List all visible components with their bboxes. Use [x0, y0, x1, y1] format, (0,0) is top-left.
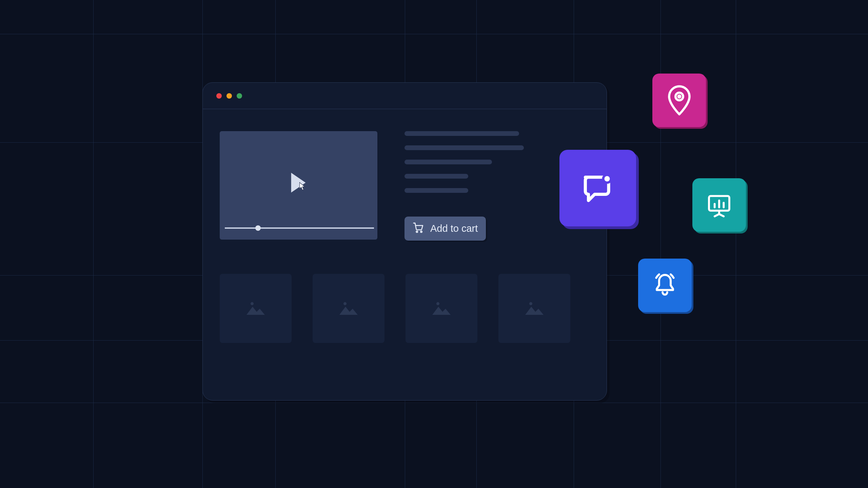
thumbnail[interactable]: [406, 274, 477, 343]
text-placeholder-line: [405, 174, 468, 179]
presentation-chart-icon: [706, 191, 733, 219]
image-placeholder-icon: [245, 300, 266, 317]
gridline: [93, 0, 94, 488]
video-progress-knob[interactable]: [255, 225, 261, 231]
svg-point-3: [343, 302, 347, 305]
location-tile[interactable]: [652, 74, 706, 127]
window-zoom-dot[interactable]: [237, 93, 242, 99]
svg-point-4: [436, 302, 439, 305]
app-window: Add to cart: [202, 82, 607, 401]
chat-bubble-icon: [579, 169, 616, 207]
thumbnail[interactable]: [220, 274, 292, 343]
stage: Add to cart: [0, 0, 868, 488]
video-progress-bar[interactable]: [225, 227, 374, 229]
cursor-icon: [299, 182, 307, 192]
video-player[interactable]: [220, 131, 377, 240]
gridline: [0, 403, 868, 403]
window-minimize-dot[interactable]: [226, 93, 232, 99]
thumbnail-row: [220, 274, 590, 343]
svg-point-8: [678, 96, 680, 98]
notification-tile[interactable]: [638, 259, 692, 312]
thumbnail[interactable]: [498, 274, 570, 343]
window-content: Add to cart: [203, 109, 607, 360]
location-pin-icon: [667, 85, 692, 116]
add-to-cart-label: Add to cart: [430, 223, 478, 234]
gridline: [736, 0, 736, 488]
cart-icon: [413, 222, 424, 236]
presentation-tile[interactable]: [692, 178, 746, 232]
image-placeholder-icon: [431, 300, 452, 317]
product-top-row: Add to cart: [220, 131, 590, 241]
image-placeholder-icon: [524, 300, 545, 317]
svg-point-0: [416, 231, 418, 232]
titlebar: [203, 83, 607, 109]
thumbnail[interactable]: [313, 274, 384, 343]
svg-point-5: [529, 302, 532, 305]
gridline: [660, 0, 661, 488]
notification-bell-icon: [651, 271, 679, 299]
text-placeholder-line: [405, 160, 492, 164]
text-placeholder-line: [405, 188, 468, 193]
svg-point-6: [603, 175, 611, 183]
window-close-dot[interactable]: [216, 93, 222, 99]
image-placeholder-icon: [338, 300, 359, 317]
svg-point-2: [251, 302, 254, 305]
svg-point-1: [420, 231, 422, 232]
text-placeholder-line: [405, 145, 524, 150]
text-placeholder-line: [405, 131, 519, 136]
chat-tile[interactable]: [559, 150, 636, 226]
gridline: [0, 34, 868, 34]
add-to-cart-button[interactable]: Add to cart: [405, 217, 486, 241]
